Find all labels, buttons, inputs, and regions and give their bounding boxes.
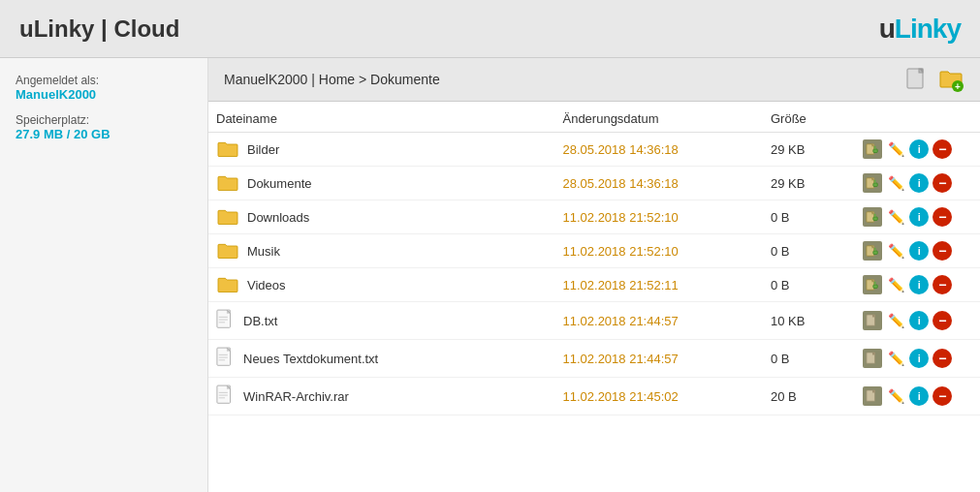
svg-rect-8 <box>873 149 877 153</box>
app-title: uLinky | Cloud <box>19 15 179 43</box>
delete-button[interactable]: − <box>933 349 952 368</box>
cell-actions: ✏️ i − <box>855 133 980 167</box>
file-link[interactable]: Neues Textdokument.txt <box>243 352 378 366</box>
cell-size: 29 KB <box>763 167 855 200</box>
delete-button[interactable]: − <box>933 311 952 330</box>
edit-button[interactable]: ✏️ <box>886 139 905 159</box>
share-icon <box>866 176 879 190</box>
share-icon <box>866 244 879 258</box>
delete-button[interactable]: − <box>933 386 952 406</box>
folder-icon <box>216 207 239 227</box>
share-button[interactable] <box>863 173 882 193</box>
cell-actions: ✏️ i − <box>855 378 980 415</box>
breadcrumb-bar: ManuelK2000 | Home > Dokumente + <box>208 58 980 102</box>
edit-button[interactable]: ✏️ <box>886 173 905 193</box>
cell-date: 11.02.2018 21:52:10 <box>554 234 762 268</box>
info-button[interactable]: i <box>909 173 929 193</box>
table-row: Bilder 28.05.2018 14:36:18 29 KB <box>208 133 980 167</box>
delete-button[interactable]: − <box>933 275 952 294</box>
info-button[interactable]: i <box>909 139 929 159</box>
file-icon <box>216 347 236 370</box>
edit-button[interactable]: ✏️ <box>886 275 905 294</box>
cell-date: 11.02.2018 21:44:57 <box>554 302 762 340</box>
file-link[interactable]: Dokumente <box>247 176 311 191</box>
action-icons: ✏️ i − <box>863 207 972 227</box>
folder-icon <box>216 139 239 159</box>
share-button[interactable] <box>863 207 882 227</box>
edit-button[interactable]: ✏️ <box>886 311 905 330</box>
edit-button[interactable]: ✏️ <box>886 386 905 406</box>
table-row: Videos 11.02.2018 21:52:11 0 B <box>208 268 980 302</box>
table-row: WinRAR-Archiv.rar 11.02.2018 21:45:02 20… <box>208 378 980 415</box>
action-icons: ✏️ i − <box>863 241 972 261</box>
cell-size: 0 B <box>763 200 855 234</box>
file-link[interactable]: Musik <box>247 244 280 259</box>
info-button[interactable]: i <box>909 241 929 261</box>
file-link[interactable]: Downloads <box>247 210 309 225</box>
share-icon <box>866 314 879 327</box>
file-icon <box>216 309 236 332</box>
file-table-body: Bilder 28.05.2018 14:36:18 29 KB <box>208 133 980 415</box>
file-link[interactable]: Bilder <box>247 142 279 157</box>
file-link[interactable]: WinRAR-Archiv.rar <box>243 389 349 404</box>
delete-button[interactable]: − <box>933 207 952 227</box>
info-button[interactable]: i <box>909 386 929 406</box>
storage-separator: / <box>63 127 74 141</box>
share-button[interactable] <box>863 241 882 261</box>
info-button[interactable]: i <box>909 349 929 368</box>
cell-date: 11.02.2018 21:45:02 <box>554 378 762 415</box>
info-button[interactable]: i <box>909 275 929 294</box>
upload-file-button[interactable] <box>904 66 932 93</box>
share-button[interactable] <box>863 386 882 406</box>
share-button[interactable] <box>863 349 882 368</box>
delete-button[interactable]: − <box>933 173 952 193</box>
file-table: Dateiname Änderungsdatum Größe Bilder 28… <box>208 102 980 415</box>
action-icons: ✏️ i − <box>863 349 972 368</box>
svg-text:+: + <box>955 81 961 92</box>
share-button[interactable] <box>863 311 882 330</box>
action-icons: ✏️ i − <box>863 139 972 159</box>
upload-folder-icon: + <box>938 67 964 92</box>
sidebar: Angemeldet als: ManuelK2000 Speicherplat… <box>0 58 208 492</box>
file-icon <box>216 309 236 332</box>
logo: uLinky <box>879 14 961 45</box>
info-button[interactable]: i <box>909 311 929 330</box>
info-button[interactable]: i <box>909 207 929 227</box>
folder-icon <box>216 139 239 159</box>
cell-size: 10 KB <box>763 302 855 340</box>
cell-date: 11.02.2018 21:52:11 <box>554 268 762 302</box>
edit-button[interactable]: ✏️ <box>886 241 905 261</box>
upload-folder-button[interactable]: + <box>937 66 964 93</box>
upload-file-icon <box>905 67 931 92</box>
table-row: Downloads 11.02.2018 21:52:10 0 B <box>208 200 980 234</box>
cell-actions: ✏️ i − <box>855 268 980 302</box>
edit-button[interactable]: ✏️ <box>886 207 905 227</box>
cell-name: Videos <box>208 268 554 302</box>
username[interactable]: ManuelK2000 <box>16 87 192 102</box>
file-icon <box>216 347 236 370</box>
col-header-actions <box>855 102 980 133</box>
share-button[interactable] <box>863 139 882 159</box>
cell-name: Downloads <box>208 200 554 234</box>
share-icon <box>866 389 879 403</box>
file-icon <box>216 384 236 408</box>
folder-icon <box>216 275 239 294</box>
main-layout: Angemeldet als: ManuelK2000 Speicherplat… <box>0 58 980 492</box>
cell-actions: ✏️ i − <box>855 167 980 200</box>
share-button[interactable] <box>863 275 882 294</box>
delete-button[interactable]: − <box>933 139 952 159</box>
delete-button[interactable]: − <box>933 241 952 261</box>
folder-icon <box>216 207 239 227</box>
share-icon <box>866 352 879 365</box>
content-area: ManuelK2000 | Home > Dokumente + <box>208 58 980 492</box>
table-row: Musik 11.02.2018 21:52:10 0 B <box>208 234 980 268</box>
table-row: DB.txt 11.02.2018 21:44:57 10 KB ✏️ i − <box>208 302 980 340</box>
edit-button[interactable]: ✏️ <box>886 349 905 368</box>
cell-date: 11.02.2018 21:52:10 <box>554 200 762 234</box>
cell-name: Bilder <box>208 133 554 167</box>
cell-size: 29 KB <box>763 133 855 167</box>
file-link[interactable]: Videos <box>247 278 286 292</box>
table-row: Neues Textdokument.txt 11.02.2018 21:44:… <box>208 340 980 378</box>
action-icons: ✏️ i − <box>863 275 972 294</box>
file-link[interactable]: DB.txt <box>243 314 277 328</box>
